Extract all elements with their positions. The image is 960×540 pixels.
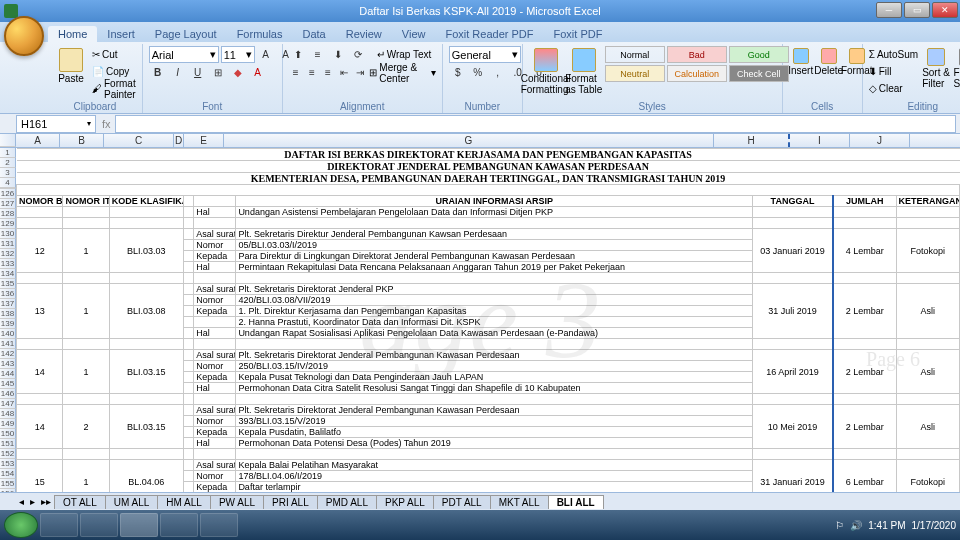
ribbon-tab-formulas[interactable]: Formulas xyxy=(227,26,293,42)
spreadsheet-grid[interactable]: DAFTAR ISI BERKAS DIREKTORAT KERJASAMA D… xyxy=(16,148,960,492)
row-head[interactable]: 132 xyxy=(0,249,16,259)
row-head[interactable]: 154 xyxy=(0,469,16,479)
taskbar-chrome-icon[interactable] xyxy=(200,513,238,537)
sheet-tab[interactable]: PW ALL xyxy=(210,495,264,509)
font-size-select[interactable]: 11▾ xyxy=(221,46,255,63)
row-head[interactable]: 128 xyxy=(0,209,16,219)
taskbar-ie-icon[interactable] xyxy=(40,513,78,537)
row-head[interactable]: 134 xyxy=(0,269,16,279)
minimize-button[interactable]: ─ xyxy=(876,2,902,18)
col-head-I[interactable]: I xyxy=(790,134,850,147)
underline-button[interactable]: U xyxy=(189,64,207,81)
sheet-nav-button[interactable]: ◂ xyxy=(16,496,27,507)
style-calculation[interactable]: Calculation xyxy=(667,65,727,82)
row-head[interactable]: 138 xyxy=(0,309,16,319)
row-head[interactable]: 127 xyxy=(0,199,16,209)
row-head[interactable]: 148 xyxy=(0,409,16,419)
col-head-C[interactable]: C xyxy=(104,134,174,147)
tray-time[interactable]: 1:41 PM xyxy=(868,520,905,531)
row-head[interactable]: 140 xyxy=(0,329,16,339)
bold-button[interactable]: B xyxy=(149,64,167,81)
indent-dec-button[interactable]: ⇤ xyxy=(337,64,351,81)
taskbar-excel-icon[interactable] xyxy=(120,513,158,537)
tray-date[interactable]: 1/17/2020 xyxy=(912,520,957,531)
style-good[interactable]: Good xyxy=(729,46,789,63)
number-format-select[interactable]: General▾ xyxy=(449,46,521,63)
row-head[interactable]: 150 xyxy=(0,429,16,439)
row-head[interactable]: 129 xyxy=(0,219,16,229)
row-head[interactable]: 145 xyxy=(0,379,16,389)
align-left-button[interactable]: ≡ xyxy=(289,64,303,81)
row-head[interactable]: 135 xyxy=(0,279,16,289)
start-button[interactable] xyxy=(4,512,38,538)
formula-bar-input[interactable] xyxy=(115,115,956,133)
align-bottom-button[interactable]: ⬇ xyxy=(329,46,347,63)
percent-button[interactable]: % xyxy=(469,64,487,81)
comma-button[interactable]: , xyxy=(489,64,507,81)
insert-cells-button[interactable]: Insert xyxy=(789,46,813,78)
row-head[interactable]: 141 xyxy=(0,339,16,349)
indent-inc-button[interactable]: ⇥ xyxy=(353,64,367,81)
row-head[interactable]: 152 xyxy=(0,449,16,459)
maximize-button[interactable]: ▭ xyxy=(904,2,930,18)
fill-button[interactable]: ⬇ Fill xyxy=(869,63,918,80)
clear-button[interactable]: ◇ Clear xyxy=(869,80,918,97)
row-head[interactable]: 142 xyxy=(0,349,16,359)
col-head-E[interactable]: E xyxy=(184,134,224,147)
ribbon-tab-foxit-pdf[interactable]: Foxit PDF xyxy=(544,26,613,42)
border-button[interactable]: ⊞ xyxy=(209,64,227,81)
autosum-button[interactable]: Σ AutoSum xyxy=(869,46,918,63)
taskbar-player-icon[interactable] xyxy=(160,513,198,537)
row-head[interactable]: 4 xyxy=(0,178,16,188)
conditional-formatting-button[interactable]: Conditional Formatting xyxy=(529,46,563,97)
sheet-tabs[interactable]: ◂▸▸▸OT ALLUM ALLHM ALLPW ALLPRI ALLPMD A… xyxy=(0,492,960,510)
row-head[interactable]: 139 xyxy=(0,319,16,329)
sheet-tab[interactable]: HM ALL xyxy=(157,495,211,509)
row-head[interactable]: 131 xyxy=(0,239,16,249)
row-head[interactable]: 151 xyxy=(0,439,16,449)
col-head-H[interactable]: H xyxy=(714,134,790,147)
style-check-cell[interactable]: Check Cell xyxy=(729,65,789,82)
ribbon-tab-page-layout[interactable]: Page Layout xyxy=(145,26,227,42)
style-bad[interactable]: Bad xyxy=(667,46,727,63)
format-painter-button[interactable]: 🖌 Format Painter xyxy=(92,80,136,97)
row-head[interactable]: 143 xyxy=(0,359,16,369)
sheet-nav-button[interactable]: ▸ xyxy=(27,496,38,507)
row-head[interactable]: 3 xyxy=(0,168,16,178)
font-color-button[interactable]: A xyxy=(249,64,267,81)
format-as-table-button[interactable]: Format as Table xyxy=(567,46,601,97)
col-head-G[interactable]: G xyxy=(224,134,714,147)
font-name-select[interactable]: Arial▾ xyxy=(149,46,219,63)
office-orb-button[interactable] xyxy=(4,16,44,56)
row-head[interactable]: 149 xyxy=(0,419,16,429)
sheet-tab[interactable]: PKP ALL xyxy=(376,495,434,509)
align-middle-button[interactable]: ≡ xyxy=(309,46,327,63)
name-box[interactable]: H161▾ xyxy=(16,115,96,133)
grow-font-button[interactable]: A xyxy=(257,46,275,63)
align-top-button[interactable]: ⬆ xyxy=(289,46,307,63)
sheet-tab[interactable]: MKT ALL xyxy=(490,495,549,509)
paste-button[interactable]: Paste xyxy=(54,46,88,86)
orientation-button[interactable]: ⟳ xyxy=(349,46,367,63)
ribbon-tab-foxit-reader-pdf[interactable]: Foxit Reader PDF xyxy=(435,26,543,42)
delete-cells-button[interactable]: Delete xyxy=(817,46,841,78)
italic-button[interactable]: I xyxy=(169,64,187,81)
row-head[interactable]: 137 xyxy=(0,299,16,309)
sheet-tab[interactable]: BLI ALL xyxy=(548,495,604,509)
sheet-tab[interactable]: PMD ALL xyxy=(317,495,377,509)
row-head[interactable]: 146 xyxy=(0,389,16,399)
tray-flag-icon[interactable]: ⚐ xyxy=(835,520,844,531)
merge-center-button[interactable]: ⊞ Merge & Center ▾ xyxy=(369,64,435,81)
align-right-button[interactable]: ≡ xyxy=(321,64,335,81)
row-head[interactable]: 2 xyxy=(0,158,16,168)
fx-icon[interactable]: fx xyxy=(102,118,111,130)
ribbon-tab-review[interactable]: Review xyxy=(336,26,392,42)
row-head[interactable]: 133 xyxy=(0,259,16,269)
row-head[interactable]: 156 xyxy=(0,489,16,492)
fill-color-button[interactable]: ◆ xyxy=(229,64,247,81)
align-center-button[interactable]: ≡ xyxy=(305,64,319,81)
row-head[interactable]: 130 xyxy=(0,229,16,239)
style-neutral[interactable]: Neutral xyxy=(605,65,665,82)
sheet-tab[interactable]: UM ALL xyxy=(105,495,159,509)
ribbon-tab-data[interactable]: Data xyxy=(292,26,335,42)
